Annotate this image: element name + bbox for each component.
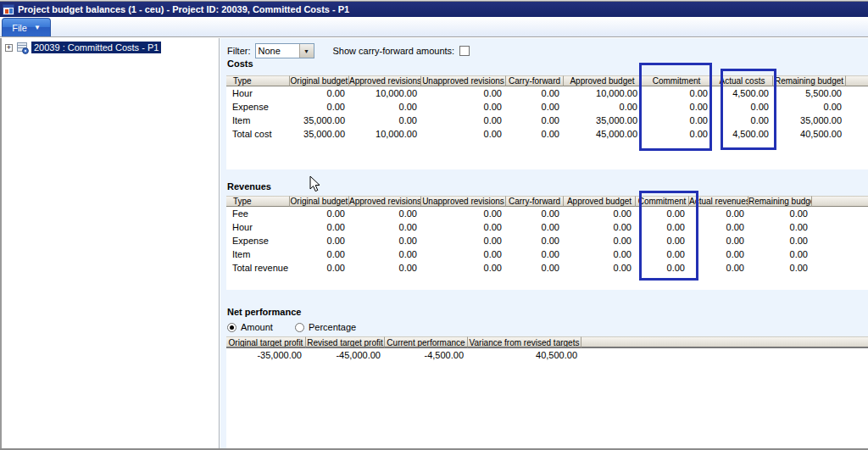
grid-cell[interactable]: 45,000.00 (564, 127, 642, 141)
grid-cell[interactable]: 0.00 (773, 100, 846, 114)
grid-cell[interactable]: 0.00 (506, 220, 564, 234)
grid-cell[interactable]: 0.00 (349, 220, 421, 234)
column-header[interactable]: Type (226, 75, 290, 86)
grid-cell[interactable]: Total revenue (226, 261, 290, 275)
grid-cell[interactable]: 0.00 (290, 234, 349, 247)
grid-cell[interactable]: 0.00 (349, 234, 421, 247)
grid-cell[interactable]: Total cost (226, 127, 290, 141)
grid-cell[interactable]: -35,000.00 (226, 348, 306, 362)
grid-cell[interactable]: Item (226, 114, 290, 127)
table-row[interactable]: Hour0.000.000.000.000.000.000.000.00 (226, 220, 868, 234)
grid-cell[interactable]: 0.00 (290, 261, 349, 275)
grid-cell[interactable]: 0.00 (421, 86, 506, 100)
grid-cell[interactable]: 0.00 (564, 261, 636, 275)
table-row[interactable]: Item0.000.000.000.000.000.000.000.00 (226, 247, 868, 261)
grid-cell[interactable]: 0.00 (564, 247, 636, 261)
grid-cell[interactable]: 0.00 (349, 114, 421, 127)
grid-cell[interactable]: 0.00 (564, 207, 636, 220)
column-header[interactable]: Approved revisions (349, 75, 421, 86)
grid-cell[interactable]: 0.00 (506, 86, 564, 100)
grid-cell[interactable]: 0.00 (748, 207, 812, 220)
table-row[interactable]: Expense0.000.000.000.000.000.000.000.00 (226, 234, 868, 247)
grid-cell[interactable]: 0.00 (748, 261, 812, 275)
dropdown-arrow-icon[interactable]: ▼ (299, 44, 314, 58)
grid-cell[interactable]: 0.00 (506, 261, 564, 275)
grid-cell[interactable]: 35,000.00 (290, 114, 349, 127)
column-header[interactable]: Unapproved revisions (421, 196, 506, 207)
grid-cell[interactable]: Expense (226, 234, 290, 247)
percentage-radio[interactable] (295, 323, 304, 332)
grid-cell[interactable]: -4,500.00 (385, 348, 468, 362)
column-header[interactable]: Current performance (385, 336, 468, 348)
grid-cell[interactable]: 0.00 (421, 100, 506, 114)
amount-radio[interactable] (227, 323, 236, 332)
column-header[interactable]: Variance from revised targets (468, 336, 581, 348)
table-row[interactable]: -35,000.00-45,000.00-4,500.0040,500.00 (226, 348, 868, 362)
grid-cell[interactable]: 35,000.00 (290, 127, 349, 141)
grid-cell[interactable]: 0.00 (506, 114, 564, 127)
column-header[interactable]: Approved budget (564, 196, 636, 207)
filter-dropdown[interactable]: None ▼ (255, 43, 314, 58)
grid-cell[interactable]: 10,000.00 (349, 86, 421, 100)
grid-cell[interactable]: 0.00 (748, 220, 812, 234)
grid-cell[interactable]: 0.00 (506, 127, 564, 141)
grid-cell[interactable]: 0.00 (349, 100, 421, 114)
grid-cell[interactable]: Hour (226, 220, 290, 234)
grid-cell[interactable]: 0.00 (349, 207, 421, 220)
column-header[interactable]: Remaining budget (748, 196, 812, 207)
grid-cell[interactable]: 0.00 (421, 114, 506, 127)
column-header[interactable]: Approved budget (564, 75, 642, 86)
grid-cell[interactable]: 0.00 (506, 247, 564, 261)
grid-cell[interactable]: 0.00 (349, 247, 421, 261)
grid-cell[interactable]: 40,500.00 (773, 127, 846, 141)
grid-cell[interactable]: 0.00 (421, 207, 506, 220)
grid-cell[interactable]: Fee (226, 207, 290, 220)
table-row[interactable]: Total revenue0.000.000.000.000.000.000.0… (226, 261, 868, 275)
grid-cell[interactable]: 40,500.00 (468, 348, 581, 362)
grid-cell[interactable]: 0.00 (506, 234, 564, 247)
grid-cell[interactable]: Hour (226, 86, 290, 100)
grid-cell[interactable]: 0.00 (421, 234, 506, 247)
grid-cell[interactable]: 0.00 (290, 86, 349, 100)
carry-forward-checkbox[interactable] (459, 46, 470, 56)
tree-item-label[interactable]: 20039 : Committed Costs - P1 (31, 42, 161, 53)
grid-cell[interactable]: 0.00 (506, 207, 564, 220)
grid-cell[interactable]: 0.00 (290, 220, 349, 234)
grid-cell[interactable]: 35,000.00 (564, 114, 642, 127)
grid-cell[interactable]: 0.00 (421, 127, 506, 141)
grid-cell[interactable]: 0.00 (421, 247, 506, 261)
grid-cell[interactable]: 0.00 (564, 234, 636, 247)
grid-cell[interactable]: 0.00 (349, 261, 421, 275)
expand-icon[interactable]: + (5, 44, 13, 52)
column-header[interactable]: Original budget (290, 196, 349, 207)
grid-cell[interactable]: 0.00 (506, 100, 564, 114)
grid-cell[interactable]: 0.00 (748, 247, 812, 261)
grid-cell[interactable]: 10,000.00 (564, 86, 642, 100)
grid-cell[interactable]: 35,000.00 (773, 114, 846, 127)
grid-cell[interactable]: 0.00 (290, 207, 349, 220)
column-header[interactable]: Remaining budget (773, 75, 846, 86)
grid-cell[interactable]: -45,000.00 (306, 348, 385, 362)
column-header[interactable]: Original target profit (226, 336, 306, 348)
column-header[interactable]: Carry-forward (506, 75, 564, 86)
grid-cell[interactable]: 10,000.00 (349, 127, 421, 141)
grid-cell[interactable]: 0.00 (421, 220, 506, 234)
grid-cell[interactable]: Item (226, 247, 290, 261)
grid-cell[interactable]: 5,500.00 (773, 86, 846, 100)
column-header[interactable]: Approved revisions (349, 196, 421, 207)
table-row[interactable]: Fee0.000.000.000.000.000.000.000.00 (226, 207, 868, 220)
grid-cell[interactable]: 0.00 (290, 100, 349, 114)
grid-cell[interactable]: 0.00 (748, 234, 812, 247)
grid-cell[interactable]: 0.00 (564, 100, 642, 114)
column-header[interactable]: Carry-forward (506, 196, 564, 207)
tree-item[interactable]: + 20039 : Committed Costs - P1 (5, 41, 161, 54)
grid-cell[interactable]: 0.00 (290, 247, 349, 261)
column-header[interactable]: Type (226, 196, 290, 207)
grid-cell[interactable]: 0.00 (564, 220, 636, 234)
column-header[interactable]: Revised target profit (306, 336, 385, 348)
file-menu-button[interactable]: File ▼ (2, 18, 51, 36)
column-header[interactable]: Unapproved revisions (421, 75, 506, 86)
grid-cell[interactable]: 0.00 (421, 261, 506, 275)
grid-cell[interactable]: Expense (226, 100, 290, 114)
column-header[interactable]: Original budget (290, 75, 349, 86)
